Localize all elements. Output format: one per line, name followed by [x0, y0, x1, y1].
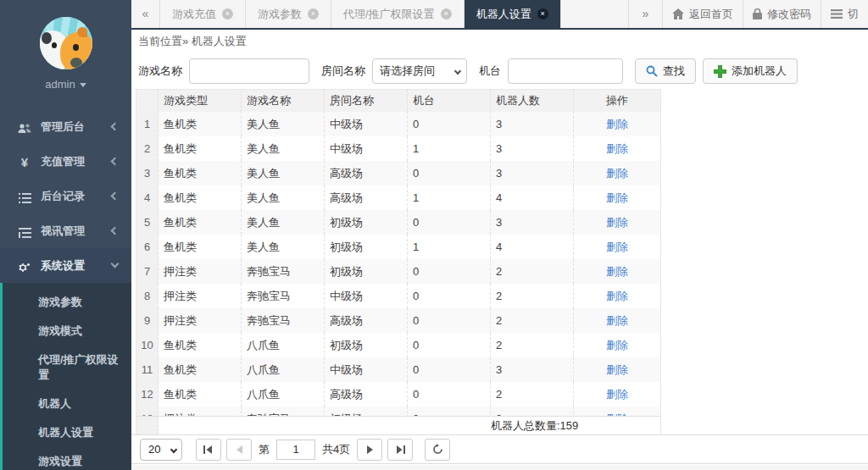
- delete-link[interactable]: 删除: [606, 241, 628, 253]
- delete-link[interactable]: 删除: [606, 167, 628, 180]
- search-button-label: 查找: [663, 64, 685, 79]
- first-page-button[interactable]: [196, 439, 221, 461]
- last-page-button[interactable]: [387, 439, 413, 461]
- pagination-bar: 20 第 共4页: [131, 434, 868, 464]
- tab-game-recharge[interactable]: 游戏充值 ×: [160, 0, 246, 28]
- table-row: 11鱼机类八爪鱼中级场03删除: [136, 357, 660, 382]
- row-index: 10: [136, 333, 159, 357]
- tab-label: 游戏充值: [172, 7, 216, 22]
- submenu-item-game-params[interactable]: 游戏参数: [3, 288, 131, 317]
- switch-link[interactable]: 切: [821, 0, 868, 28]
- add-robot-button[interactable]: 添加机器人: [703, 58, 798, 84]
- delete-link[interactable]: 删除: [606, 290, 628, 302]
- delete-link[interactable]: 删除: [606, 388, 628, 401]
- game-name-input[interactable]: [189, 58, 309, 84]
- chevron-down-icon: [111, 260, 120, 268]
- chevron-left-icon: [111, 227, 120, 235]
- table-cell: 0: [408, 406, 491, 416]
- submenu-item-agent-permissions[interactable]: 代理/推广权限设置: [3, 346, 130, 390]
- users-icon: [17, 110, 32, 145]
- table-cell: 八爪鱼: [242, 382, 325, 406]
- avatar-eye: [73, 44, 79, 51]
- table-cell: 0: [408, 357, 491, 382]
- table-cell: 鱼机类: [159, 382, 242, 406]
- robots-table: 游戏类型游戏名称房间名称机台机器人数操作 1鱼机类美人鱼中级场03删除2鱼机类美…: [136, 89, 661, 436]
- table-cell: 2: [491, 284, 574, 308]
- table-cell: 2: [491, 333, 574, 357]
- search-button[interactable]: 查找: [635, 58, 696, 84]
- table-row: 5鱼机类美人鱼初级场03删除: [136, 210, 660, 235]
- table-cell: 鱼机类: [159, 235, 242, 259]
- close-tab-icon[interactable]: ×: [222, 8, 233, 19]
- tab-scroll-right-button[interactable]: »: [628, 0, 662, 28]
- delete-link[interactable]: 删除: [606, 142, 628, 155]
- table-cell: 0: [408, 284, 491, 308]
- table-row: 9押注类奔驰宝马高级场02删除: [136, 308, 660, 333]
- submenu-item-game-mode[interactable]: 游戏模式: [3, 317, 131, 346]
- machine-input[interactable]: [508, 58, 623, 84]
- page-input[interactable]: [276, 440, 315, 460]
- total-pages-label: 共4页: [322, 442, 350, 457]
- back-home-link[interactable]: 返回首页: [662, 0, 743, 28]
- close-tab-icon[interactable]: ×: [537, 8, 548, 19]
- breadcrumb-separator: »: [182, 35, 188, 47]
- room-select[interactable]: 请选择房间: [372, 58, 467, 84]
- submenu-item-robot-settings[interactable]: 机器人设置: [3, 418, 131, 447]
- delete-link[interactable]: 删除: [606, 412, 628, 416]
- table-cell: 八爪鱼: [242, 333, 325, 357]
- table-row: 4鱼机类美人鱼高级场14删除: [136, 185, 660, 210]
- table-cell: 3: [491, 136, 574, 161]
- table-header-row: 游戏类型游戏名称房间名称机台机器人数操作: [136, 90, 660, 112]
- sidebar-item-recharge[interactable]: ¥充值管理: [0, 144, 131, 179]
- next-page-button[interactable]: [357, 439, 382, 461]
- column-header: 游戏名称: [242, 90, 325, 112]
- table-row: 2鱼机类美人鱼中级场13删除: [136, 136, 660, 161]
- delete-link[interactable]: 删除: [606, 216, 628, 229]
- close-tab-icon[interactable]: ×: [441, 8, 452, 19]
- user-menu[interactable]: admin: [0, 78, 131, 91]
- delete-link[interactable]: 删除: [606, 265, 628, 278]
- prev-page-icon: [236, 445, 243, 454]
- tab-robot-settings[interactable]: 机器人设置 ×: [465, 0, 561, 28]
- table-cell: 中级场: [325, 136, 408, 161]
- sidebar-item-system-settings[interactable]: 系统设置: [0, 248, 131, 283]
- action-cell: 删除: [574, 333, 660, 357]
- tab-game-params[interactable]: 游戏参数 ×: [246, 0, 331, 28]
- page-size-select[interactable]: 20: [140, 439, 182, 461]
- delete-link[interactable]: 删除: [606, 191, 628, 204]
- table-body-scroll-area[interactable]: 1鱼机类美人鱼中级场03删除2鱼机类美人鱼中级场13删除3鱼机类美人鱼高级场03…: [136, 112, 660, 416]
- gear-icon: [17, 249, 32, 284]
- submenu-item-robot[interactable]: 机器人: [3, 390, 131, 418]
- table-cell: 中级场: [325, 112, 408, 136]
- submenu-item-game-settings[interactable]: 游戏设置: [3, 447, 131, 470]
- table-row: 3鱼机类美人鱼高级场03删除: [136, 161, 660, 185]
- sidebar-item-video[interactable]: 视讯管理: [0, 213, 131, 248]
- table-cell: 3: [491, 161, 574, 185]
- tab-scroll-left-button[interactable]: «: [131, 0, 160, 28]
- delete-link[interactable]: 删除: [606, 314, 628, 327]
- avatar[interactable]: [40, 17, 92, 69]
- table-cell: 美人鱼: [242, 112, 325, 136]
- delete-link[interactable]: 删除: [606, 339, 628, 351]
- change-password-link[interactable]: 修改密码: [743, 0, 821, 28]
- table-cell: 2: [491, 406, 574, 416]
- table-cell: 0: [408, 161, 491, 185]
- sidebar-item-records[interactable]: 后台记录: [0, 179, 131, 213]
- pager-controls: 第 共4页: [196, 439, 450, 461]
- table-cell: 押注类: [159, 308, 242, 333]
- delete-link[interactable]: 删除: [606, 363, 628, 376]
- close-tab-icon[interactable]: ×: [308, 8, 319, 19]
- prev-page-button[interactable]: [226, 439, 252, 461]
- room-name-label: 房间名称: [321, 64, 365, 79]
- table-cell: 4: [491, 185, 574, 210]
- action-cell: 删除: [574, 136, 660, 161]
- sidebar-item-admin[interactable]: 管理后台: [0, 109, 131, 144]
- refresh-button[interactable]: [425, 439, 450, 461]
- table-cell: 高级场: [325, 185, 408, 210]
- action-cell: 删除: [574, 161, 660, 185]
- delete-link[interactable]: 删除: [606, 118, 628, 130]
- chevron-left-icon: [111, 192, 120, 201]
- tab-agent-permissions[interactable]: 代理/推广权限设置 ×: [331, 0, 465, 28]
- table-cell: 鱼机类: [159, 210, 242, 235]
- table-cell: 奔驰宝马: [242, 406, 325, 416]
